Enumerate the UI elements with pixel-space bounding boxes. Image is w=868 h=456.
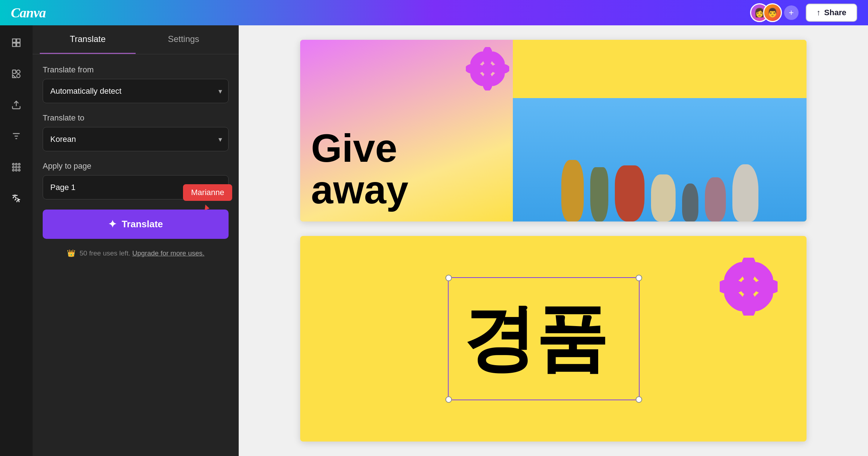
panel-content: Translate from Automatically detect Engl… (33, 54, 239, 268)
sidebar-item-upload[interactable] (6, 95, 26, 115)
sidebar-item-translate[interactable] (6, 188, 26, 208)
sidebar-item-elements[interactable] (6, 64, 26, 84)
avatar-male[interactable]: 👨 (763, 3, 782, 22)
handle-tl (446, 275, 452, 281)
panel-tabs: Translate Settings (33, 25, 239, 54)
handle-bl (446, 396, 452, 403)
svg-point-35 (740, 278, 757, 295)
translate-button-section: Marianne ▲ ✦ Translate (43, 210, 229, 239)
canva-logo: Canva (11, 5, 46, 21)
canvas-area: Give away (239, 25, 868, 456)
tab-settings[interactable]: Settings (136, 25, 231, 54)
tab-translate[interactable]: Translate (40, 25, 136, 54)
svg-point-12 (13, 166, 14, 168)
giveaway-text: Give away (311, 127, 408, 211)
translate-to-section: Translate to Korean English Spanish Fren… (43, 113, 229, 151)
translate-from-section: Translate from Automatically detect Engl… (43, 65, 229, 103)
svg-rect-2 (13, 43, 16, 46)
add-collaborator-button[interactable]: + (784, 5, 799, 20)
svg-marker-6 (13, 75, 16, 77)
apply-to-page-label: Apply to page (43, 161, 229, 171)
translate-to-label: Translate to (43, 113, 229, 123)
flower-decoration-card2 (720, 258, 778, 316)
handle-tr (636, 275, 642, 281)
upgrade-link[interactable]: Upgrade for more uses. (132, 249, 205, 257)
vase-3 (615, 165, 644, 221)
design-card-1: Give away (300, 40, 807, 221)
avatar-group: 👩 👨 + (750, 3, 799, 22)
design-card-2: 경품 (300, 236, 807, 442)
vase-2 (590, 167, 608, 221)
svg-point-26 (481, 63, 494, 75)
translate-to-wrapper: Korean English Spanish French German Chi… (43, 127, 229, 151)
translate-from-wrapper: Automatically detect English Spanish Fre… (43, 79, 229, 103)
vase-7 (732, 164, 758, 221)
svg-point-14 (18, 166, 20, 168)
svg-point-5 (17, 70, 20, 73)
flower-decoration-card1 (466, 47, 509, 90)
svg-point-13 (16, 166, 17, 168)
vase-4 (651, 174, 676, 221)
card1-right (513, 40, 807, 221)
crown-icon: 👑 (67, 249, 76, 257)
topbar: Canva 👩 👨 + ↑ Share (0, 0, 868, 25)
translate-from-label: Translate from (43, 65, 229, 75)
svg-rect-0 (13, 39, 16, 42)
sidebar-item-text[interactable] (6, 126, 26, 146)
svg-point-16 (16, 169, 17, 171)
vases-area (513, 98, 807, 221)
topbar-right: 👩 👨 + ↑ Share (750, 3, 857, 22)
card1-left: Give away (300, 40, 513, 221)
share-icon: ↑ (817, 8, 821, 17)
svg-rect-4 (13, 70, 16, 73)
magic-translate-icon: ✦ (108, 218, 116, 230)
svg-rect-3 (17, 43, 20, 46)
svg-point-17 (18, 169, 20, 171)
sidebar-item-layout[interactable] (6, 33, 26, 53)
share-button[interactable]: ↑ Share (806, 4, 857, 22)
translate-to-select[interactable]: Korean English Spanish French German Chi… (43, 127, 229, 151)
main-layout: Translate Settings Translate from Automa… (0, 25, 868, 456)
translate-from-select[interactable]: Automatically detect English Spanish Fre… (43, 79, 229, 103)
svg-point-10 (16, 164, 17, 165)
vase-6 (705, 177, 726, 221)
translate-panel: Translate Settings Translate from Automa… (33, 25, 239, 456)
vase-1 (561, 160, 584, 221)
handle-br (636, 396, 642, 403)
tooltip-bubble: Marianne (183, 184, 232, 201)
icon-sidebar (0, 25, 33, 456)
svg-point-15 (13, 169, 14, 171)
free-uses-section: 👑 50 free uses left. Upgrade for more us… (43, 249, 229, 257)
sidebar-item-apps[interactable] (6, 157, 26, 177)
svg-point-11 (18, 164, 20, 165)
vase-5 (682, 183, 698, 221)
svg-rect-7 (17, 74, 20, 77)
svg-point-9 (13, 164, 14, 165)
korean-giveaway-text: 경품 (463, 290, 608, 388)
svg-rect-1 (17, 39, 20, 42)
translate-button[interactable]: ✦ Translate (43, 210, 229, 239)
